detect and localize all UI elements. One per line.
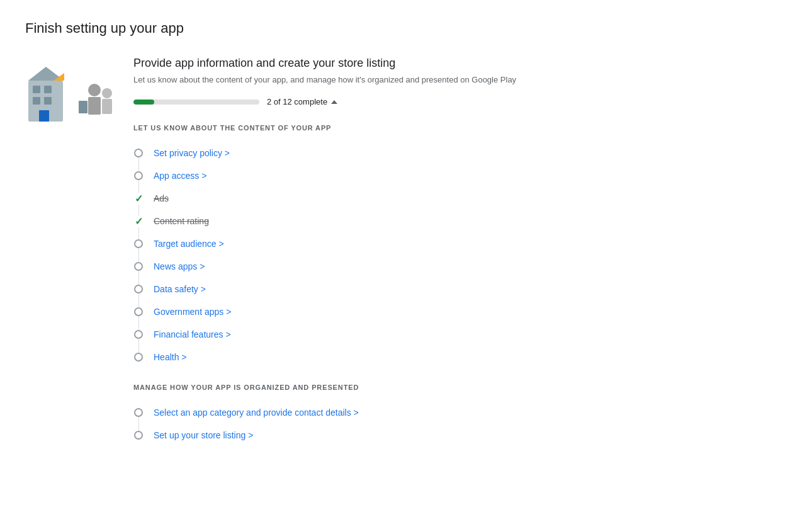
- circle-icon: [134, 408, 143, 417]
- circle-icon: [134, 307, 143, 316]
- svg-rect-5: [39, 110, 49, 122]
- circle-icon: [134, 262, 143, 271]
- svg-rect-4: [44, 97, 52, 105]
- check-icon: ✓: [135, 215, 143, 227]
- item-indicator: [133, 307, 144, 317]
- list-item: News apps >: [133, 255, 787, 278]
- list-item: Target audience >: [133, 232, 787, 255]
- item-app-category[interactable]: Select an app category and provide conta…: [154, 407, 359, 418]
- item-indicator: [133, 239, 144, 249]
- item-app-access[interactable]: App access >: [154, 171, 206, 181]
- item-privacy-policy[interactable]: Set privacy policy >: [154, 148, 230, 158]
- circle-icon: [134, 285, 143, 293]
- circle-icon: [134, 353, 143, 362]
- item-indicator: [133, 261, 144, 271]
- section2-label: MANAGE HOW YOUR APP IS ORGANIZED AND PRE…: [133, 384, 787, 391]
- item-indicator: ✓: [133, 216, 144, 226]
- svg-rect-3: [33, 97, 40, 105]
- item-store-listing[interactable]: Set up your store listing >: [154, 430, 253, 440]
- list-item: Data safety >: [133, 278, 787, 300]
- item-financial-features[interactable]: Financial features >: [154, 329, 231, 339]
- list-item: ✓Content rating: [133, 210, 787, 232]
- list-item: Set up your store listing >: [133, 424, 787, 447]
- svg-rect-2: [44, 86, 52, 93]
- item-data-safety[interactable]: Data safety >: [154, 284, 206, 294]
- item-content-rating[interactable]: Content rating: [154, 216, 209, 226]
- list-item: Select an app category and provide conta…: [133, 401, 787, 424]
- item-indicator: [133, 430, 144, 440]
- card-heading: Provide app information and create your …: [133, 57, 787, 70]
- item-indicator: [133, 284, 144, 294]
- item-health[interactable]: Health >: [154, 352, 187, 362]
- card-content: Provide app information and create your …: [133, 57, 787, 462]
- item-indicator: [133, 171, 144, 181]
- list-item: ✓Ads: [133, 187, 787, 210]
- progress-row: 2 of 12 complete: [133, 97, 787, 106]
- list-item: App access >: [133, 164, 787, 187]
- item-target-audience[interactable]: Target audience >: [154, 239, 224, 249]
- circle-icon: [134, 239, 143, 248]
- item-government-apps[interactable]: Government apps >: [154, 307, 231, 317]
- circle-icon: [134, 149, 143, 157]
- item-indicator: [133, 352, 144, 362]
- item-indicator: [133, 407, 144, 418]
- collapse-chevron-icon[interactable]: [331, 100, 337, 104]
- progress-label: 2 of 12 complete: [267, 97, 337, 106]
- item-ads[interactable]: Ads: [154, 193, 169, 203]
- page-title: Finish setting up your app: [25, 20, 787, 37]
- svg-rect-11: [102, 99, 112, 114]
- section1-label: LET US KNOW ABOUT THE CONTENT OF YOUR AP…: [133, 124, 787, 132]
- item-indicator: [133, 148, 144, 158]
- svg-rect-12: [79, 101, 87, 113]
- list-item: Financial features >: [133, 323, 787, 346]
- section2-checklist: Select an app category and provide conta…: [133, 401, 787, 447]
- card-section: Provide app information and create your …: [25, 57, 787, 462]
- list-item: Health >: [133, 346, 787, 368]
- svg-rect-1: [33, 86, 40, 93]
- card-subheading: Let us know about the content of your ap…: [133, 75, 787, 84]
- progress-bar-fill: [133, 100, 154, 105]
- section1-checklist: Set privacy policy >App access >✓Ads✓Con…: [133, 142, 787, 368]
- circle-icon: [134, 330, 143, 339]
- svg-point-10: [102, 88, 112, 98]
- item-news-apps[interactable]: News apps >: [154, 261, 205, 271]
- app-illustration: [25, 62, 113, 125]
- circle-icon: [134, 431, 143, 440]
- svg-point-8: [88, 84, 101, 96]
- circle-icon: [134, 171, 143, 180]
- progress-text: 2 of 12 complete: [267, 97, 327, 106]
- list-item: Set privacy policy >: [133, 142, 787, 164]
- item-indicator: [133, 329, 144, 339]
- progress-bar-track: [133, 100, 259, 105]
- svg-rect-9: [88, 97, 101, 115]
- check-icon: ✓: [135, 193, 143, 205]
- list-item: Government apps >: [133, 300, 787, 323]
- item-indicator: ✓: [133, 193, 144, 203]
